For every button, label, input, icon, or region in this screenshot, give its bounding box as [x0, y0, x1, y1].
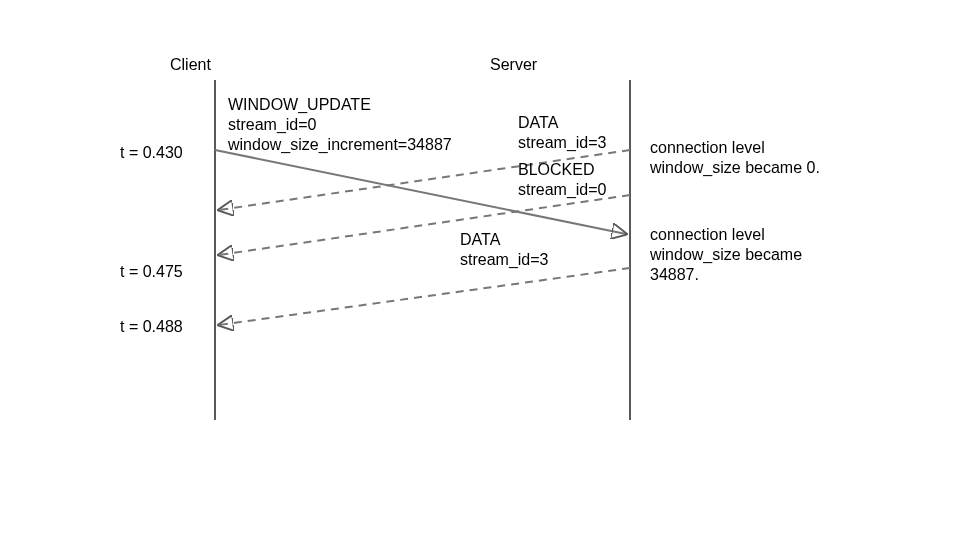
- note-server-1: connection level window_size became 0.: [650, 138, 820, 178]
- msg-data-2: DATA stream_id=3: [460, 230, 549, 270]
- msg-data-1: DATA stream_id=3: [518, 113, 607, 153]
- svg-line-5: [219, 268, 630, 325]
- sequence-diagram: { "headers": { "client": "Client", "serv…: [0, 0, 960, 540]
- note-server-2: connection level window_size became 3488…: [650, 225, 802, 285]
- header-client: Client: [170, 55, 211, 75]
- timestamp-t2: t = 0.475: [120, 262, 183, 282]
- header-server: Server: [490, 55, 537, 75]
- timestamp-t3: t = 0.488: [120, 317, 183, 337]
- timestamp-t1: t = 0.430: [120, 143, 183, 163]
- msg-blocked: BLOCKED stream_id=0: [518, 160, 607, 200]
- svg-line-4: [219, 195, 630, 255]
- msg-window-update: WINDOW_UPDATE stream_id=0 window_size_in…: [228, 95, 452, 155]
